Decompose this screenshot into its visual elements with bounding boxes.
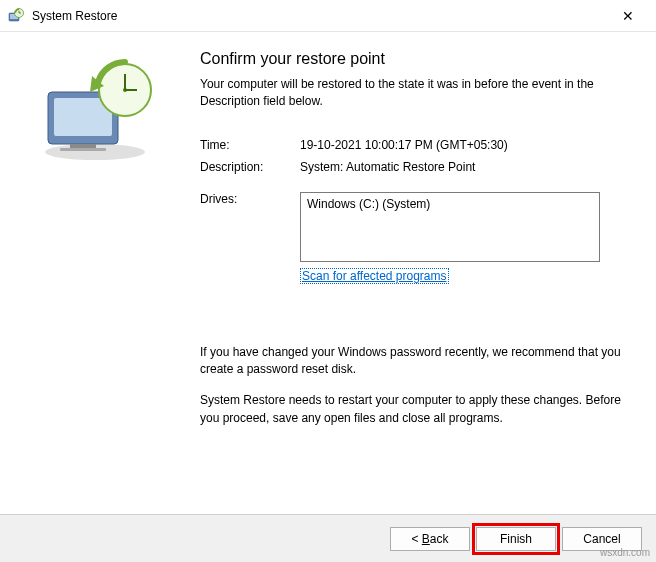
- system-restore-graphic: [30, 52, 160, 162]
- system-restore-icon: [8, 8, 24, 24]
- restart-note: System Restore needs to restart your com…: [200, 392, 628, 427]
- drives-label: Drives:: [200, 192, 300, 262]
- watermark: wsxdn.com: [600, 547, 650, 558]
- sidebar: [0, 32, 190, 512]
- close-icon: ✕: [622, 8, 634, 24]
- description-value: System: Automatic Restore Point: [300, 160, 628, 174]
- drive-item[interactable]: Windows (C:) (System): [307, 197, 593, 211]
- close-button[interactable]: ✕: [608, 0, 648, 32]
- back-button[interactable]: < Back: [390, 527, 470, 551]
- password-note: If you have changed your Windows passwor…: [200, 344, 628, 379]
- titlebar: System Restore ✕: [0, 0, 656, 32]
- time-value: 19-10-2021 10:00:17 PM (GMT+05:30): [300, 138, 628, 152]
- description-row: Description: System: Automatic Restore P…: [200, 160, 628, 174]
- page-heading: Confirm your restore point: [200, 50, 628, 68]
- drives-listbox[interactable]: Windows (C:) (System): [300, 192, 600, 262]
- page-subtext: Your computer will be restored to the st…: [200, 76, 628, 110]
- window-title: System Restore: [32, 9, 608, 23]
- description-label: Description:: [200, 160, 300, 174]
- scan-affected-programs-link[interactable]: Scan for affected programs: [300, 268, 449, 284]
- main-panel: Confirm your restore point Your computer…: [190, 32, 656, 512]
- svg-rect-8: [60, 148, 106, 151]
- time-label: Time:: [200, 138, 300, 152]
- drives-row: Drives: Windows (C:) (System): [200, 192, 628, 262]
- time-row: Time: 19-10-2021 10:00:17 PM (GMT+05:30): [200, 138, 628, 152]
- svg-rect-7: [70, 144, 96, 148]
- footer-button-bar: < Back Finish Cancel: [0, 514, 656, 562]
- content-area: Confirm your restore point Your computer…: [0, 32, 656, 512]
- finish-button[interactable]: Finish: [476, 527, 556, 551]
